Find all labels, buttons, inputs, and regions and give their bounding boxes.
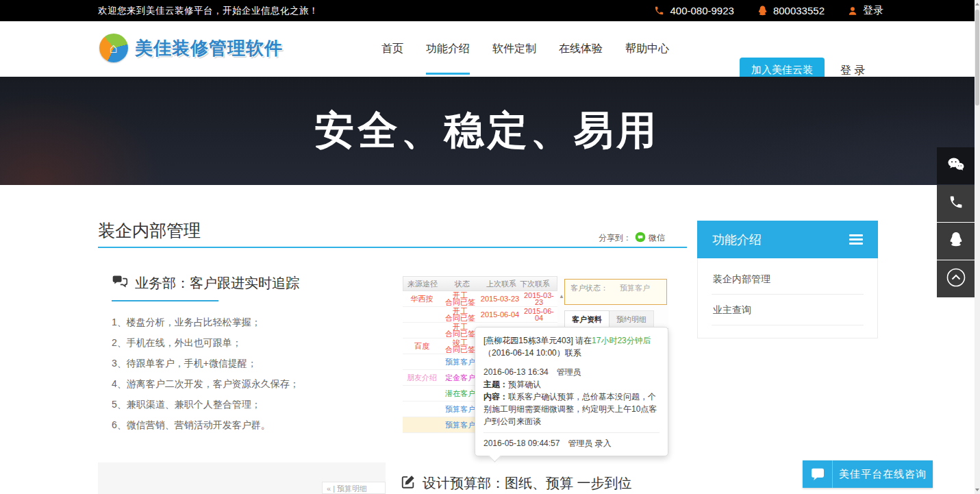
qq-icon [948, 232, 964, 251]
crm-cell-source: 华西按 [403, 291, 441, 306]
tooltip-footer: 2016-05-18 09:44:57 管理员 录入 [483, 437, 659, 449]
nav-menu-item[interactable]: 帮助中心 [625, 21, 669, 77]
sidebar-item[interactable]: 业主查询 [712, 295, 864, 325]
tab-customer-info: 客户资料 [564, 310, 610, 328]
scrollbar[interactable] [975, 0, 980, 494]
logo[interactable]: ⌂ 美佳装修管理软件 [99, 34, 283, 62]
crm-cell-source [403, 354, 441, 369]
feature1-list-item: 1、楼盘分析，业务占比轻松掌握； [112, 312, 299, 332]
share-row: 分享到： 微信 [599, 232, 665, 245]
scrollbar-down-arrow[interactable] [975, 489, 979, 491]
topbar-phone-number: 400-080-9923 [670, 5, 733, 16]
crm-table-row: 开工 合同已签2015-06-042015-06-04 [403, 307, 557, 323]
crm-cell-status: 潜在客户 [441, 386, 479, 401]
crm-cell-status: 竣工 合同已签 [441, 338, 479, 354]
scrollbar-thumb[interactable] [975, 10, 979, 106]
qq-button[interactable] [937, 223, 975, 260]
crm-cell-source [403, 307, 441, 322]
nav-menu-item-label: 软件定制 [492, 42, 536, 56]
crm-cell-last: 2015-03-23 [479, 291, 520, 306]
customer-status-value: 预算客户 [620, 284, 650, 292]
crm-cell-status: 开工 合同已签 [441, 307, 479, 322]
feature1-list-item: 6、微信营销、营销活动开发客户群。 [112, 415, 299, 435]
tab-appointment-detail: 预约明细 [610, 310, 654, 328]
crm-cell-last: 2015-06-04 [479, 307, 520, 322]
budget-mini-tab: « | 预算明细 [322, 482, 386, 494]
feature2-heading: 设计预算部：图纸、预算 一步到位 [401, 474, 632, 493]
chevron-up-icon [946, 267, 966, 291]
scrollbar-up-arrow[interactable] [975, 3, 979, 5]
user-icon [848, 6, 857, 16]
topbar-phone: 400-080-9923 [654, 5, 733, 16]
sidebar-title: 功能介绍 [712, 232, 762, 248]
wechat-share-icon [635, 232, 646, 245]
crm-cell-status: 预算客户 [441, 402, 479, 417]
crm-cell-status: 预算客户 [441, 354, 479, 369]
wechat-icon [947, 157, 965, 175]
crm-table-header: 来源途径 状态 上次联系 下次联系 [403, 276, 557, 291]
feature1-heading: 业务部：客户跟进实时追踪 [112, 274, 299, 293]
tooltip-entry-time: 2016-06-13 16:34 管理员 [483, 366, 659, 378]
sidebar-body: 装企内部管理 业主查询 [697, 258, 878, 338]
tooltip-subject: 预算确认 [508, 380, 541, 389]
phone-button[interactable] [937, 185, 975, 222]
feature1-list-item: 4、游离客户二次开发，客户资源永久保存； [112, 373, 299, 394]
logo-text: 美佳装修管理软件 [135, 36, 283, 60]
feature1-list-item: 3、待跟单客户，手机+微信提醒； [112, 353, 299, 373]
inner-scroll-up-icon: ▲ [559, 293, 564, 299]
feature1-underline [112, 300, 218, 301]
welcome-text: 欢迎您来到美佳云装修平台，开始企业信息化之旅！ [98, 5, 318, 17]
sidebar-header: 功能介绍 [697, 221, 878, 258]
customer-status-label: 客户状态： [570, 284, 608, 292]
edit-icon [401, 474, 416, 493]
nav-menu-item[interactable]: 首页 [381, 21, 403, 77]
online-consult-label: 美佳平台在线咨询 [833, 468, 933, 481]
topbar-contact: 400-080-9923 800033552 登录 [654, 0, 883, 21]
topbar-login-label: 登录 [863, 4, 883, 17]
tooltip-reminder-suffix: （2016-06-14 10:00）联系 [483, 348, 581, 358]
sidebar-item[interactable]: 装企内部管理 [712, 264, 864, 295]
crm-cell-status: 开工 合同已签 [441, 323, 479, 338]
nav-menu-item[interactable]: 功能介绍 [426, 21, 470, 77]
nav-menu-item-label: 在线体验 [559, 42, 603, 56]
tooltip-content-label: 内容： [483, 392, 508, 402]
crm-tabs: 客户资料 预约明细 [564, 310, 668, 329]
logo-house-icon: ⌂ [99, 34, 128, 62]
phone-icon [948, 195, 964, 212]
feature1-heading-text: 业务部：客户跟进实时追踪 [135, 274, 299, 293]
crm-screenshot-image: 来源途径 状态 上次联系 下次联系 华西按开工 合同已签2015-03-2320… [403, 276, 668, 434]
crm-header-cell: 状态 [442, 277, 483, 291]
crm-table-row: 华西按开工 合同已签2015-03-232015-03-23 [403, 291, 557, 307]
nav-menu-item-label: 帮助中心 [625, 42, 669, 56]
topbar-qq: 800033552 [757, 5, 825, 16]
share-wechat-label: 微信 [649, 232, 665, 244]
hero-title: 安全、稳定、易用 [0, 77, 975, 158]
topbar-qq-number: 800033552 [773, 5, 825, 16]
crm-cell-source: 朋友介绍 [403, 370, 441, 385]
share-label: 分享到： [599, 232, 631, 244]
crm-cell-source [403, 402, 441, 417]
followup-tooltip: [燕柳花园15栋3单元403] 请在17小时23分钟后（2016-06-14 1… [475, 327, 668, 456]
tooltip-divider [483, 432, 659, 433]
section-divider [98, 247, 687, 248]
topbar: 欢迎您来到美佳云装修平台，开始企业信息化之旅！ 400-080-9923 800… [0, 0, 975, 21]
back-to-top-button[interactable] [937, 260, 975, 297]
floating-rail [937, 147, 975, 298]
share-wechat-button[interactable]: 微信 [635, 232, 665, 245]
crm-cell-next: 2015-06-04 [520, 307, 557, 322]
tooltip-content-line: 内容：联系客户确认预算，总价基本没问题，个别施工明细需要细微调整，约定明天上午1… [483, 391, 659, 428]
crm-cell-source: 百度 [403, 338, 441, 354]
online-consult-button[interactable]: 美佳平台在线咨询 [803, 460, 933, 488]
nav-login-link[interactable]: 登 录 [840, 64, 865, 78]
menu-icon[interactable] [849, 232, 863, 247]
nav-menu-item[interactable]: 软件定制 [492, 21, 536, 77]
topbar-login[interactable]: 登录 [848, 4, 883, 17]
customer-status-box: 客户状态： 预算客户 [564, 279, 667, 305]
comments-icon [112, 275, 128, 292]
crm-cell-status: 开工 合同已签 [441, 291, 479, 306]
wechat-button[interactable] [937, 147, 975, 184]
budget-screenshot-placeholder: « | 预算明细 [98, 462, 386, 494]
crm-cell-source [403, 417, 441, 432]
crm-cell-status: 预算客户 [441, 417, 479, 432]
nav-menu-item[interactable]: 在线体验 [559, 21, 603, 77]
